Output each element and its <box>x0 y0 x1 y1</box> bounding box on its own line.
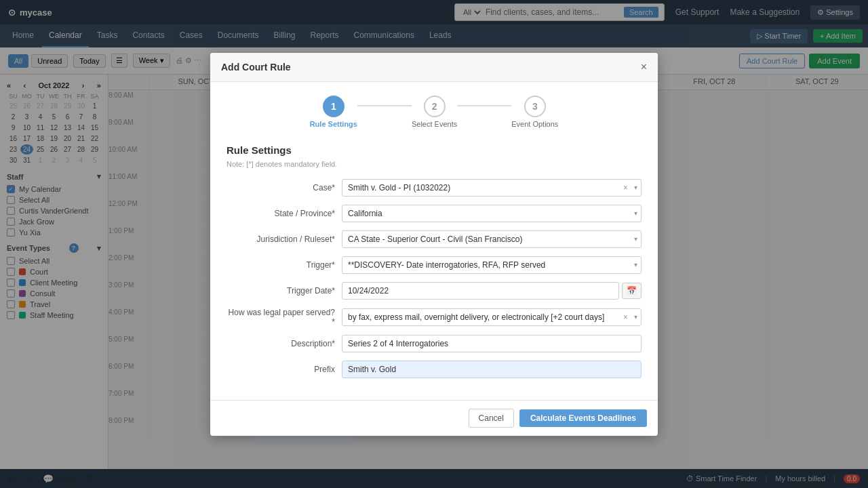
trigger-select[interactable]: **DISCOVERY- Date interrogatories, RFA, … <box>342 256 642 274</box>
case-label: Case* <box>226 183 335 192</box>
description-row: Description* <box>226 335 642 352</box>
form-section-title: Rule Settings <box>226 144 642 156</box>
step-2-circle[interactable]: 2 <box>424 96 446 117</box>
trigger-date-row: Trigger Date* 📅 <box>226 282 642 300</box>
prefix-row: Prefix <box>226 361 642 378</box>
jurisdiction-label: Jurisdiction / Ruleset* <box>226 235 335 244</box>
description-input[interactable] <box>342 335 642 352</box>
trigger-label: Trigger* <box>226 260 335 270</box>
case-clear-icon[interactable]: × <box>623 183 628 192</box>
step-3-label: Event Options <box>511 120 558 128</box>
modal-body: 1 Rule Settings 2 Select Events 3 Event … <box>210 82 658 400</box>
step-2: 2 Select Events <box>412 96 457 128</box>
calculate-button[interactable]: Calculate Events Deadlines <box>519 409 647 427</box>
state-label: State / Province* <box>226 209 335 218</box>
modal-close-button[interactable]: × <box>641 61 647 73</box>
state-row: State / Province* California ▾ <box>226 205 642 222</box>
step-connector-1 <box>357 105 412 106</box>
modal-footer: Cancel Calculate Events Deadlines <box>210 400 658 436</box>
cancel-button[interactable]: Cancel <box>469 409 514 428</box>
served-wrapper: by fax, express mail, overnight delivery… <box>342 308 642 326</box>
state-select[interactable]: California <box>342 205 642 222</box>
served-label: How was legal paper served?* <box>226 308 335 327</box>
served-row: How was legal paper served?* by fax, exp… <box>226 308 642 327</box>
case-select[interactable]: Smith v. Gold - PI (1032022) <box>342 179 642 197</box>
step-1-circle[interactable]: 1 <box>323 96 344 117</box>
step-2-label: Select Events <box>412 120 457 128</box>
case-wrapper: Smith v. Gold - PI (1032022) × ▾ <box>342 179 642 197</box>
trigger-wrapper: **DISCOVERY- Date interrogatories, RFA, … <box>342 256 642 274</box>
jurisdiction-row: Jurisdiction / Ruleset* CA State - Super… <box>226 230 642 248</box>
step-3: 3 Event Options <box>511 96 558 128</box>
step-1-label: Rule Settings <box>310 120 357 128</box>
case-row: Case* Smith v. Gold - PI (1032022) × ▾ <box>226 179 642 197</box>
trigger-date-wrapper: 📅 <box>342 282 642 300</box>
form-note: Note: [*] denotes mandatory field. <box>226 160 642 168</box>
prefix-label: Prefix <box>226 365 335 374</box>
modal-header: Add Court Rule × <box>210 53 658 82</box>
stepper: 1 Rule Settings 2 Select Events 3 Event … <box>226 96 642 128</box>
prefix-input[interactable] <box>342 361 642 378</box>
jurisdiction-select[interactable]: CA State - Superior Court - Civil (San F… <box>342 230 642 248</box>
served-select[interactable]: by fax, express mail, overnight delivery… <box>342 308 642 326</box>
jurisdiction-wrapper: CA State - Superior Court - Civil (San F… <box>342 230 642 248</box>
trigger-row: Trigger* **DISCOVERY- Date interrogatori… <box>226 256 642 274</box>
description-label: Description* <box>226 339 335 348</box>
step-3-circle[interactable]: 3 <box>524 96 546 117</box>
state-wrapper: California ▾ <box>342 205 642 222</box>
step-1: 1 Rule Settings <box>310 96 357 128</box>
modal-overlay[interactable]: Add Court Rule × 1 Rule Settings 2 Selec… <box>0 0 868 488</box>
trigger-date-input[interactable] <box>342 282 619 300</box>
trigger-date-calendar-icon[interactable]: 📅 <box>622 283 642 299</box>
trigger-date-label: Trigger Date* <box>226 286 335 296</box>
step-connector-2 <box>457 105 511 106</box>
modal-title: Add Court Rule <box>221 62 291 73</box>
served-clear-icon[interactable]: × <box>623 312 628 322</box>
add-court-rule-modal: Add Court Rule × 1 Rule Settings 2 Selec… <box>210 53 658 436</box>
